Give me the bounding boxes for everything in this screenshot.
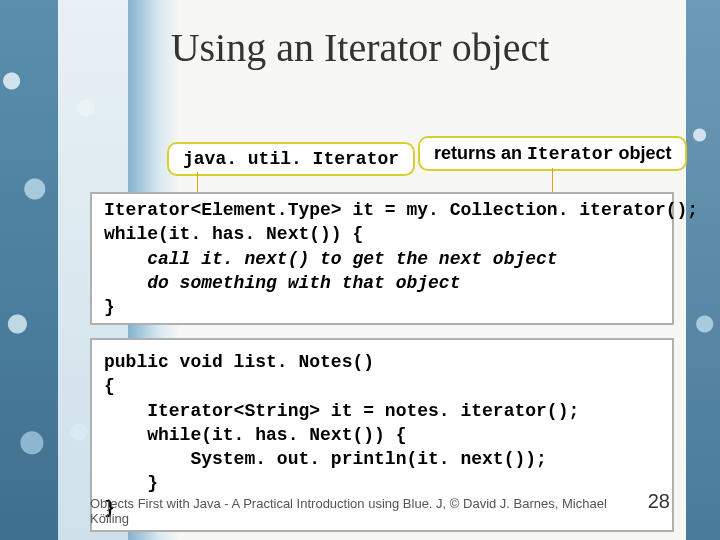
code1-l5: } — [104, 297, 115, 317]
connector-line-right — [552, 168, 553, 194]
code2-l3: Iterator<String> it = notes. iterator(); — [104, 401, 579, 421]
decorative-bg-left — [0, 0, 58, 540]
callout-returns-prefix: returns an — [434, 143, 527, 163]
code2-l5: System. out. println(it. next()); — [104, 449, 547, 469]
code1-l4: do something with that object — [104, 273, 460, 293]
footer-attribution: Objects First with Java - A Practical In… — [90, 496, 648, 526]
slide-title: Using an Iterator object — [0, 24, 720, 71]
callout-import: java. util. Iterator — [167, 142, 415, 176]
code2-l4: while(it. has. Next()) { — [104, 425, 406, 445]
page-number: 28 — [648, 490, 670, 513]
code2-l1: public void list. Notes() — [104, 352, 374, 372]
code2-l2: { — [104, 376, 115, 396]
callout-returns: returns an Iterator object — [418, 136, 687, 171]
slide-footer: Objects First with Java - A Practical In… — [90, 490, 670, 526]
code1-l2: while(it. has. Next()) { — [104, 224, 363, 244]
code1-l3: call it. next() to get the next object — [104, 249, 558, 269]
code-block-pseudocode: Iterator<Element.Type> it = my. Collecti… — [90, 192, 674, 325]
callout-returns-suffix: object — [613, 143, 671, 163]
connector-line-left — [197, 172, 198, 194]
code1-l1: Iterator<Element.Type> it = my. Collecti… — [104, 200, 698, 220]
decorative-bg-right — [686, 0, 720, 540]
callout-returns-code: Iterator — [527, 144, 613, 164]
